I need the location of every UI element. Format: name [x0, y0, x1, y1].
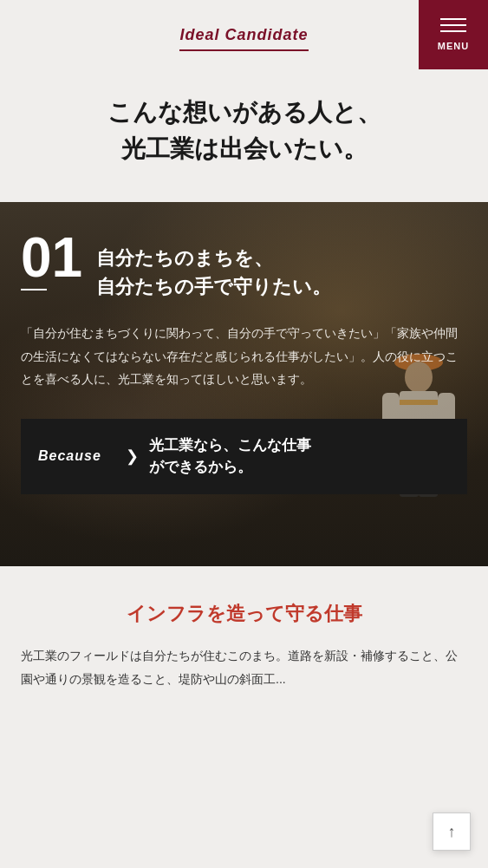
because-text-line1: 光工業なら、こんな仕事 [149, 437, 311, 454]
menu-button[interactable]: MENU [419, 0, 488, 69]
because-arrow-icon: ❯ [119, 427, 146, 485]
main-heading-line2: 光工業は出会いたい。 [121, 135, 368, 162]
scroll-to-top-button[interactable]: ↑ [433, 813, 471, 851]
ideal-candidate-label: Ideal Candidate [179, 26, 308, 51]
number-heading: 01 自分たちのまちを、 自分たちの手で守りたい。 [21, 237, 467, 301]
infra-body: 光工業のフィールドは自分たちが住むこのまち。道路を新設・補修すること、公園や通り… [21, 644, 467, 690]
because-label: Because [21, 429, 119, 483]
section-01: 01 自分たちのまちを、 自分たちの手で守りたい。 「自分が住むまちづくりに関わ… [0, 202, 488, 566]
section-01-content: 01 自分たちのまちを、 自分たちの手で守りたい。 「自分が住むまちづくりに関わ… [21, 237, 467, 419]
because-banner[interactable]: Because ❯ 光工業なら、こんな仕事 ができるから。 [21, 419, 467, 494]
main-heading-line1: こんな想いがある人と、 [107, 99, 381, 126]
menu-line-1 [440, 18, 466, 20]
main-heading: こんな想いがある人と、 光工業は出会いたい。 [0, 86, 488, 202]
title-line1: 自分たちのまちを、 [96, 247, 273, 269]
infra-section: インフラを造って守る仕事 光工業のフィールドは自分たちが住むこのまち。道路を新設… [0, 566, 488, 716]
hamburger-icon [440, 18, 466, 32]
section-01-title: 自分たちのまちを、 自分たちの手で守りたい。 [96, 237, 331, 301]
page-header: Ideal Candidate MENU [0, 0, 488, 86]
scroll-up-icon: ↑ [448, 823, 456, 841]
menu-label: MENU [438, 41, 469, 51]
because-text-line2: ができるから。 [149, 459, 252, 475]
infra-title: インフラを造って守る仕事 [21, 601, 467, 627]
menu-line-3 [440, 30, 466, 32]
menu-line-2 [440, 24, 466, 26]
title-line2: 自分たちの手で守りたい。 [96, 276, 331, 297]
section-number: 01 [21, 230, 82, 290]
because-text: 光工業なら、こんな仕事 ができるから。 [146, 419, 467, 494]
section-01-body: 「自分が住むまちづくりに関わって、自分の手で守っていきたい」「家族や仲間の生活に… [21, 322, 467, 419]
